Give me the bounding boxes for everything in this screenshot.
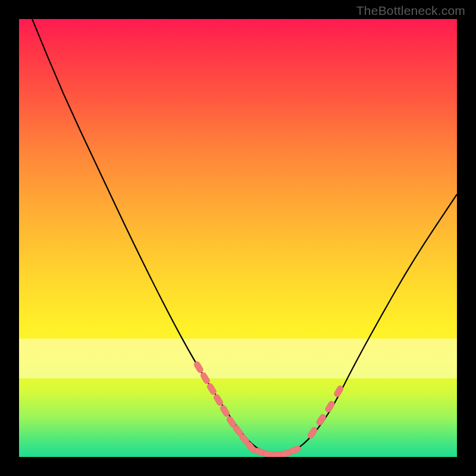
curve-marker <box>306 426 318 439</box>
curve-marker-group <box>193 361 344 457</box>
curve-marker <box>289 445 302 455</box>
watermark-text: TheBottleneck.com <box>356 4 465 18</box>
chart-frame: TheBottleneck.com <box>0 0 476 476</box>
curve-marker <box>315 413 327 426</box>
curve-marker <box>193 361 204 374</box>
bottleneck-curve <box>32 19 457 455</box>
curve-marker <box>199 371 211 384</box>
plot-area <box>19 19 457 457</box>
curve-marker <box>324 400 336 413</box>
curve-layer <box>19 19 457 457</box>
